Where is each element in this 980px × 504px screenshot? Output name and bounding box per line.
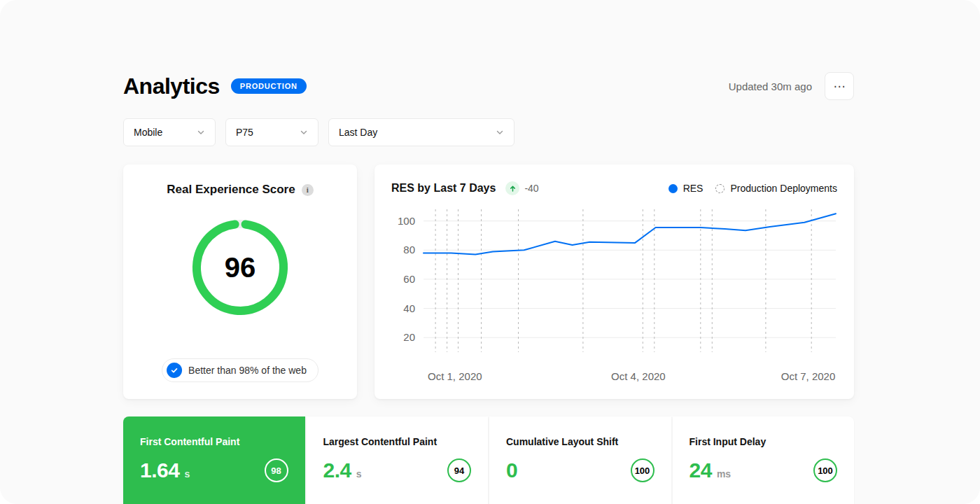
svg-text:100: 100 bbox=[398, 215, 415, 227]
res-chart-card: RES by Last 7 Days -40 RES Production De… bbox=[374, 164, 854, 399]
res-dot-icon bbox=[668, 184, 678, 193]
res-line-chart: 20406080100Oct 1, 2020Oct 4, 2020Oct 7, … bbox=[391, 201, 837, 384]
date-range-dropdown[interactable]: Last Day bbox=[328, 118, 514, 146]
metric-value: 24 bbox=[690, 458, 712, 482]
score-gauge: 96 bbox=[188, 215, 293, 320]
metric-label: First Contentful Paint bbox=[140, 436, 288, 447]
metric-card-lcp[interactable]: Largest Contentful Paint 2.4 s 94 bbox=[307, 416, 489, 504]
chart-legend: RES Production Deployments bbox=[668, 183, 837, 194]
metric-card-cls[interactable]: Cumulative Layout Shift 0 100 bbox=[489, 416, 671, 504]
metric-value-row: 24 ms 100 bbox=[690, 458, 838, 482]
svg-text:60: 60 bbox=[403, 273, 415, 285]
metric-label: First Input Delay bbox=[690, 436, 838, 447]
metric-value-wrap: 24 ms bbox=[690, 458, 732, 482]
chevron-down-icon bbox=[195, 127, 206, 138]
delta-value: -40 bbox=[524, 183, 538, 194]
chevron-down-icon bbox=[494, 127, 505, 138]
percentile-dropdown-value: P75 bbox=[236, 127, 253, 138]
percentile-badge: Better than 98% of the web bbox=[162, 358, 318, 382]
percentile-badge-text: Better than 98% of the web bbox=[188, 365, 307, 376]
metric-score-badge: 98 bbox=[265, 458, 288, 482]
svg-text:20: 20 bbox=[403, 331, 415, 343]
metric-value: 1.64 bbox=[140, 458, 179, 482]
date-range-dropdown-value: Last Day bbox=[339, 127, 377, 138]
metric-card-fid[interactable]: First Input Delay 24 ms 100 bbox=[673, 416, 855, 504]
metric-score-badge: 94 bbox=[447, 458, 471, 482]
check-icon bbox=[167, 363, 182, 378]
metric-card-fcp[interactable]: First Contentful Paint 1.64 s 98 bbox=[123, 416, 305, 504]
metric-unit: s bbox=[184, 468, 190, 479]
metric-unit: s bbox=[356, 468, 362, 479]
metric-value-wrap: 2.4 s bbox=[323, 458, 362, 482]
legend-item-res[interactable]: RES bbox=[668, 183, 704, 194]
metric-value-row: 2.4 s 94 bbox=[323, 458, 472, 482]
environment-badge: PRODUCTION bbox=[231, 78, 307, 94]
metric-score-badge: 100 bbox=[813, 458, 837, 482]
chart-title: RES by Last 7 Days bbox=[391, 182, 496, 195]
info-icon[interactable]: i bbox=[302, 184, 314, 196]
metric-label: Cumulative Layout Shift bbox=[506, 436, 654, 447]
score-value: 96 bbox=[188, 215, 293, 320]
deployments-dashed-circle-icon bbox=[715, 184, 724, 193]
svg-text:Oct 7, 2020: Oct 7, 2020 bbox=[781, 370, 836, 382]
metric-value: 0 bbox=[506, 458, 517, 482]
res-score-card: Real Experience Score i 96 Better than 9… bbox=[123, 164, 357, 399]
res-score-title-row: Real Experience Score i bbox=[123, 164, 357, 197]
device-dropdown-value: Mobile bbox=[134, 127, 162, 138]
page-header: Analytics PRODUCTION Updated 30m ago ⋯ bbox=[123, 70, 854, 102]
metrics-row: First Contentful Paint 1.64 s 98 Largest… bbox=[123, 416, 854, 504]
svg-text:Oct 1, 2020: Oct 1, 2020 bbox=[428, 370, 482, 382]
analytics-page: Analytics PRODUCTION Updated 30m ago ⋯ M… bbox=[0, 0, 980, 504]
metric-label: Largest Contentful Paint bbox=[323, 436, 472, 447]
legend-res-label: RES bbox=[683, 183, 704, 194]
res-score-title: Real Experience Score bbox=[167, 183, 295, 197]
device-dropdown[interactable]: Mobile bbox=[123, 118, 216, 146]
metric-value-wrap: 0 bbox=[506, 458, 522, 482]
filter-bar: Mobile P75 Last Day bbox=[123, 118, 514, 146]
metric-score-badge: 100 bbox=[631, 458, 654, 482]
svg-text:40: 40 bbox=[403, 302, 415, 314]
percentile-dropdown[interactable]: P75 bbox=[225, 118, 318, 146]
chevron-down-icon bbox=[298, 127, 309, 138]
ellipsis-icon: ⋯ bbox=[834, 79, 846, 94]
page-title: Analytics bbox=[123, 74, 220, 99]
svg-text:80: 80 bbox=[403, 244, 415, 255]
overflow-menu-button[interactable]: ⋯ bbox=[825, 72, 854, 100]
svg-text:Oct 4, 2020: Oct 4, 2020 bbox=[611, 370, 666, 382]
metric-unit: ms bbox=[717, 468, 731, 479]
metric-value-row: 0 100 bbox=[506, 458, 654, 482]
metric-value-row: 1.64 s 98 bbox=[140, 458, 288, 482]
chart-header: RES by Last 7 Days -40 RES Production De… bbox=[391, 181, 837, 195]
metric-value: 2.4 bbox=[323, 458, 351, 482]
legend-deployments-label: Production Deployments bbox=[730, 183, 837, 194]
metric-value-wrap: 1.64 s bbox=[140, 458, 190, 482]
legend-item-deployments[interactable]: Production Deployments bbox=[715, 183, 837, 194]
updated-timestamp: Updated 30m ago bbox=[729, 80, 812, 92]
trend-up-icon bbox=[505, 181, 519, 195]
